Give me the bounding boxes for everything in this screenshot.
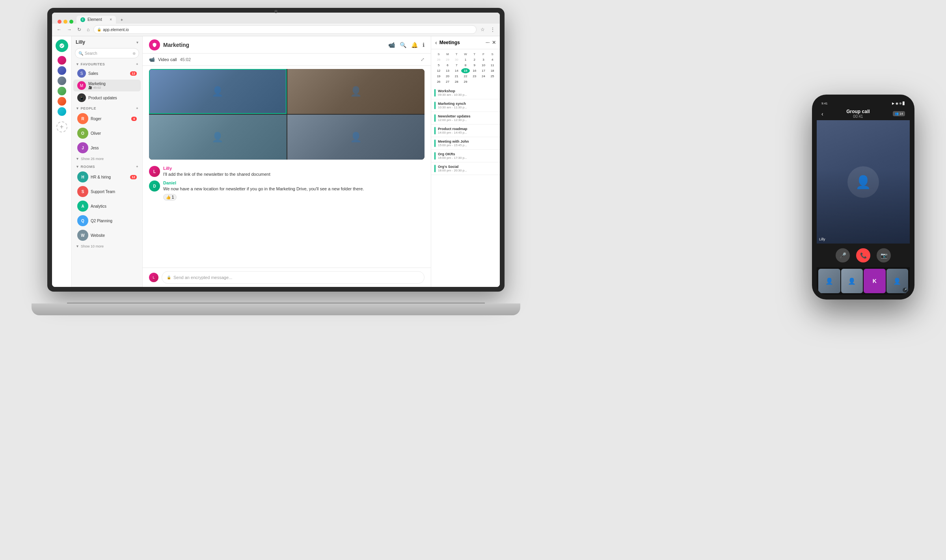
cal-day-25[interactable]: 25: [488, 74, 497, 79]
menu-button[interactable]: ⋮: [489, 26, 497, 33]
room-item-analytics[interactable]: A Analytics: [73, 199, 141, 213]
home-button[interactable]: ⌂: [85, 26, 91, 33]
cal-day-30-prev[interactable]: 30: [452, 57, 461, 62]
video-call-header-button[interactable]: 📹: [388, 42, 395, 48]
cal-day-2[interactable]: 2: [470, 57, 479, 62]
meeting-john[interactable]: Meeting with John 15:00 pm - 15:45 p...: [431, 137, 500, 150]
meeting-workshop[interactable]: Workshop 09:30 am - 10:30 p...: [431, 87, 500, 99]
phone-thumb-k[interactable]: K: [864, 269, 886, 293]
room-item-marketing[interactable]: M Marketing 🎥 45:02: [73, 80, 141, 91]
meetings-more-button[interactable]: ···: [486, 40, 490, 45]
cal-day-10[interactable]: 10: [479, 63, 488, 68]
tab-close-button[interactable]: ×: [110, 17, 112, 22]
cal-day-8[interactable]: 8: [461, 63, 470, 68]
thumb-person-1: 👤: [818, 269, 840, 293]
forward-button[interactable]: →: [65, 26, 73, 33]
search-bar[interactable]: 🔍 Search ⊕: [75, 48, 139, 58]
phone-back-button[interactable]: ‹: [821, 111, 823, 117]
cal-day-20[interactable]: 20: [443, 74, 452, 79]
cal-day-29-prev[interactable]: 29: [443, 57, 452, 62]
cal-day-3[interactable]: 3: [479, 57, 488, 62]
refresh-button[interactable]: ↻: [76, 26, 83, 33]
add-person-button[interactable]: +: [136, 106, 138, 110]
room-item-jess[interactable]: J Jess: [73, 141, 141, 155]
cal-day-7[interactable]: 7: [452, 63, 461, 68]
phone-camera-button[interactable]: 📷: [877, 248, 891, 262]
cal-day-23[interactable]: 23: [470, 74, 479, 79]
back-button[interactable]: ←: [55, 26, 63, 33]
room-item-website[interactable]: W Website: [73, 228, 141, 242]
meeting-product-roadmap[interactable]: Product roadmap 14:00 pm - 14:45 p...: [431, 125, 500, 137]
room-list-header: Lilly ▾: [72, 36, 142, 47]
space-avatar-5[interactable]: [58, 97, 66, 106]
cal-day-29[interactable]: 29: [461, 79, 470, 84]
fullscreen-window-button[interactable]: [69, 20, 73, 24]
phone-thumb-4[interactable]: 👤 🎤: [886, 269, 909, 293]
cal-day-26[interactable]: 26: [434, 79, 443, 84]
cal-day-13[interactable]: 13: [443, 68, 452, 73]
meeting-social[interactable]: Org's Social 18:00 pm - 20:30 p...: [431, 162, 500, 175]
cal-day-16[interactable]: 16: [470, 68, 479, 73]
meetings-close-button[interactable]: ✕: [492, 40, 496, 45]
bookmark-button[interactable]: ☆: [479, 26, 486, 33]
show-more-people-button[interactable]: ▼ Show 26 more: [72, 155, 142, 162]
space-avatar-6[interactable]: [58, 107, 66, 116]
cal-day-1[interactable]: 1: [461, 57, 470, 62]
meeting-workshop-info: Workshop 09:30 am - 10:30 p...: [438, 89, 497, 97]
cal-day-18[interactable]: 18: [488, 68, 497, 73]
room-item-roger[interactable]: R Roger 4: [73, 112, 141, 126]
cal-day-6[interactable]: 6: [443, 63, 452, 68]
expand-video-button[interactable]: ⤢: [421, 57, 425, 62]
cal-day-4[interactable]: 4: [488, 57, 497, 62]
room-item-hr[interactable]: H HR & hiring 12: [73, 170, 141, 184]
room-info-button[interactable]: ℹ: [423, 42, 425, 48]
meetings-back-button[interactable]: ‹: [435, 39, 437, 46]
browser-tab-element[interactable]: E Element ×: [76, 16, 116, 24]
cal-day-12[interactable]: 12: [434, 68, 443, 73]
space-avatar-4[interactable]: [58, 87, 66, 95]
phone-thumb-2[interactable]: 👤: [841, 269, 863, 293]
cal-day-11[interactable]: 11: [488, 63, 497, 68]
close-window-button[interactable]: [58, 20, 61, 24]
cal-day-9[interactable]: 9: [470, 63, 479, 68]
meeting-okrs[interactable]: Org OKRs 16:00 pm - 17:30 p...: [431, 150, 500, 162]
space-avatar-3[interactable]: [58, 76, 66, 85]
search-filter-icon[interactable]: ⊕: [132, 51, 136, 56]
new-tab-button[interactable]: +: [117, 16, 156, 24]
show-more-rooms-button[interactable]: ▼ Show 10 more: [72, 243, 142, 250]
notifications-button[interactable]: 🔔: [411, 42, 418, 48]
room-item-q2-planning[interactable]: Q Q2 Planning: [73, 214, 141, 228]
space-avatar-2[interactable]: [58, 66, 66, 75]
cal-day-5[interactable]: 5: [434, 63, 443, 68]
cal-day-28-prev[interactable]: 28: [434, 57, 443, 62]
cal-day-21[interactable]: 21: [452, 74, 461, 79]
cal-day-24[interactable]: 24: [479, 74, 488, 79]
add-favourite-button[interactable]: +: [136, 62, 138, 66]
user-menu-chevron[interactable]: ▾: [136, 40, 138, 45]
minimize-window-button[interactable]: [63, 20, 67, 24]
cal-day-14[interactable]: 14: [452, 68, 461, 73]
element-home-icon[interactable]: [56, 39, 68, 52]
phone-end-call-button[interactable]: 📞: [856, 248, 870, 262]
cal-day-19[interactable]: 19: [434, 74, 443, 79]
add-room-button[interactable]: +: [136, 165, 138, 169]
meeting-newsletter[interactable]: Newsletter updates 12:00 pm - 12:30 p...: [431, 112, 500, 125]
cal-day-28[interactable]: 28: [452, 79, 461, 84]
meeting-marketing-synch[interactable]: Marketing synch 10:30 am - 11:30 p...: [431, 99, 500, 112]
room-item-product-updates[interactable]: 📱 Product updates: [73, 92, 141, 104]
message-2-reaction[interactable]: 👍 1: [163, 194, 177, 201]
cal-day-27[interactable]: 27: [443, 79, 452, 84]
search-chat-button[interactable]: 🔍: [400, 42, 406, 48]
phone-mute-button[interactable]: 🎤: [836, 248, 850, 262]
cal-day-15-today[interactable]: 15: [461, 68, 470, 73]
room-item-oliver[interactable]: O Oliver: [73, 126, 141, 140]
cal-day-22[interactable]: 22: [461, 74, 470, 79]
url-bar[interactable]: 🔒 app.element.io: [93, 25, 477, 34]
cal-day-17[interactable]: 17: [479, 68, 488, 73]
room-item-sales[interactable]: S Sales 12: [73, 67, 141, 79]
space-avatar-1[interactable]: [58, 56, 66, 65]
add-space-button[interactable]: +: [56, 121, 67, 132]
room-item-support-team[interactable]: S Support Team: [73, 184, 141, 199]
phone-thumb-1[interactable]: 👤: [818, 269, 840, 293]
message-input[interactable]: 🔒 Send an encrypted message...: [162, 271, 425, 284]
